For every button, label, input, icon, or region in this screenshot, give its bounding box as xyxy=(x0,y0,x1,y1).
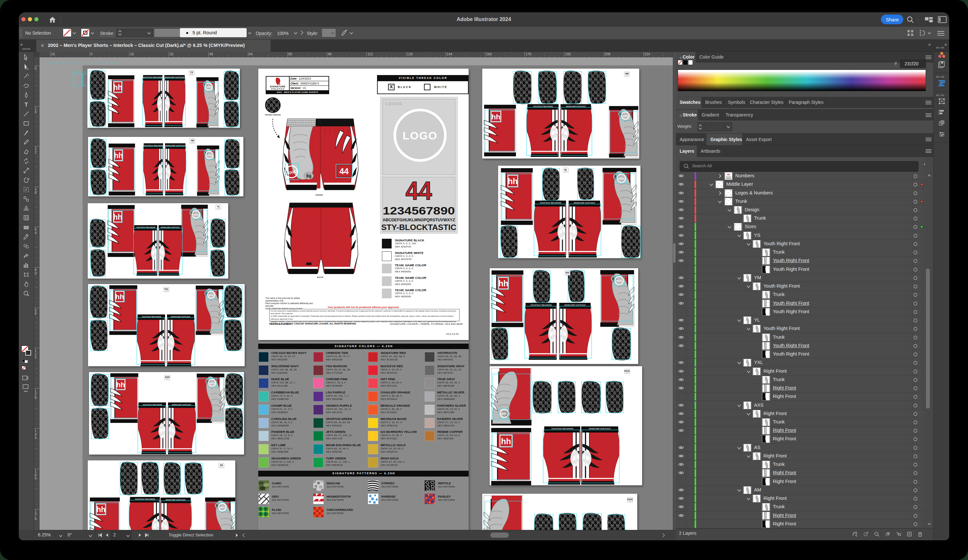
svg-text:hh: hh xyxy=(508,177,518,186)
svg-text:0001: 0001 xyxy=(209,294,214,297)
svg-text:hh: hh xyxy=(115,293,124,301)
svg-text:0001: 0001 xyxy=(219,506,225,509)
svg-text:SIGNATURE ATHLETICS.: SIGNATURE ATHLETICS. xyxy=(533,106,553,108)
svg-text:0001: 0001 xyxy=(616,279,622,282)
svg-text:AXL: AXL xyxy=(565,272,570,274)
svg-text:44: 44 xyxy=(340,167,349,176)
svg-text:AM: AM xyxy=(625,73,629,75)
svg-text:AXS: AXS xyxy=(165,376,170,378)
svg-text:SIGNATURE ATHLETICS.: SIGNATURE ATHLETICS. xyxy=(171,316,191,318)
svg-text:SIGNATURE ATHLETICS.: SIGNATURE ATHLETICS. xyxy=(564,304,586,306)
svg-text:SIGNATURE ATHLETICS.: SIGNATURE ATHLETICS. xyxy=(143,76,162,78)
svg-text:0001: 0001 xyxy=(618,177,625,180)
svg-text:SIGNATURE: SIGNATURE xyxy=(270,85,285,88)
svg-text:ATHLETICS: ATHLETICS xyxy=(271,88,285,90)
svg-text:SIGNATURE ATHLETICS.: SIGNATURE ATHLETICS. xyxy=(551,428,573,430)
svg-text:YXL: YXL xyxy=(164,288,169,290)
svg-text:hh: hh xyxy=(491,113,501,121)
svg-text:YM: YM xyxy=(191,139,194,142)
svg-text:SIGNATURE ATHLETICS.: SIGNATURE ATHLETICS. xyxy=(166,499,186,501)
svg-text:SIGNATURE ATHLETICS.: SIGNATURE ATHLETICS. xyxy=(136,227,155,229)
svg-text:T: T xyxy=(25,101,28,108)
svg-text:SIGNATURE ATHLETICS.: SIGNATURE ATHLETICS. xyxy=(142,404,162,406)
svg-text:hh: hh xyxy=(113,213,122,221)
svg-text:hh: hh xyxy=(498,279,509,288)
svg-text:SIGNATURE ATHLETICS.: SIGNATURE ATHLETICS. xyxy=(134,498,155,500)
svg-text:hh: hh xyxy=(113,83,122,91)
svg-text:SIGNATURE ATHLETICS.: SIGNATURE ATHLETICS. xyxy=(166,145,186,147)
svg-text:0001: 0001 xyxy=(209,382,215,384)
svg-text:A3XL: A3XL xyxy=(627,498,633,500)
svg-text:0001: 0001 xyxy=(193,213,199,216)
svg-text:hh: hh xyxy=(116,381,125,389)
svg-text:SIGNATURE ATHLETICS.: SIGNATURE ATHLETICS. xyxy=(161,227,180,229)
svg-text:YS: YS xyxy=(190,71,193,73)
svg-text:A2XL: A2XL xyxy=(624,370,630,372)
svg-text:SIGNATURE ATHLETICS.: SIGNATURE ATHLETICS. xyxy=(172,404,192,406)
svg-text:0001: 0001 xyxy=(207,154,212,157)
svg-text:AS: AS xyxy=(220,464,223,466)
svg-text:hh: hh xyxy=(114,151,123,160)
svg-text:SIGNATURE ATHLETICS.: SIGNATURE ATHLETICS. xyxy=(530,304,552,306)
svg-text:YL: YL xyxy=(217,205,220,208)
svg-text:0001: 0001 xyxy=(501,412,507,415)
svg-text:hh: hh xyxy=(501,437,511,446)
svg-text:SIGNATURE ATHLETICS.: SIGNATURE ATHLETICS. xyxy=(165,76,185,78)
svg-text:SIGNATURE ATHLETICS.: SIGNATURE ATHLETICS. xyxy=(143,145,163,147)
svg-text:POCKET DESIGN: POCKET DESIGN xyxy=(265,114,280,116)
svg-text:AL: AL xyxy=(564,169,567,171)
svg-text:SIGNATURE ATHLETICS.: SIGNATURE ATHLETICS. xyxy=(574,202,595,204)
svg-text:SIGNATURE ATHLETICS.: SIGNATURE ATHLETICS. xyxy=(589,428,611,430)
svg-text:0001: 0001 xyxy=(623,114,628,118)
svg-text:LOGO: LOGO xyxy=(403,129,438,142)
svg-text:SIGNATURE ATHLETICS.: SIGNATURE ATHLETICS. xyxy=(141,316,161,318)
svg-text:SIGNATURE ATHLETICS.: SIGNATURE ATHLETICS. xyxy=(566,106,586,108)
svg-text:hh: hh xyxy=(96,505,106,514)
svg-text:SIGNATURE ATHLETICS.: SIGNATURE ATHLETICS. xyxy=(539,202,561,204)
svg-text:0001: 0001 xyxy=(206,85,212,88)
